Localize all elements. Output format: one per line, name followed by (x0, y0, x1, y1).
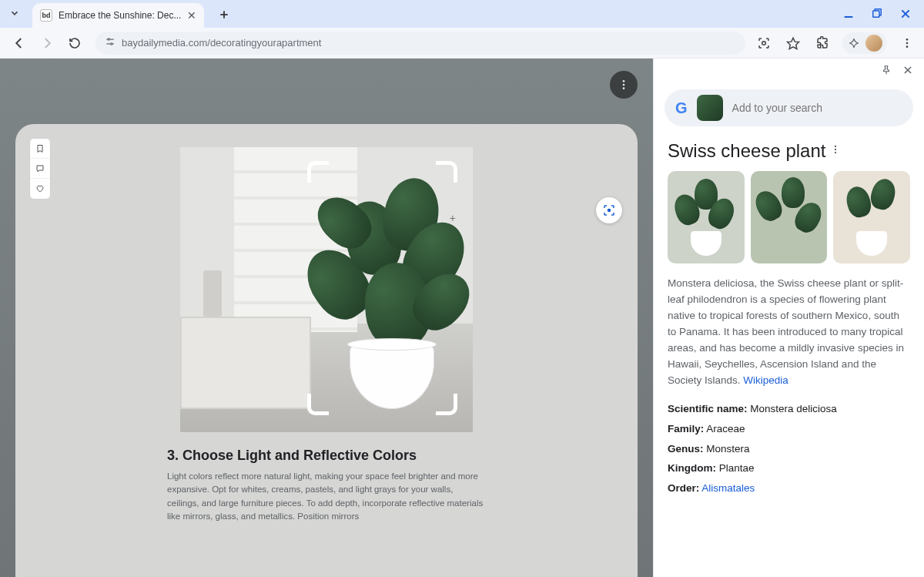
article-body: Light colors reflect more natural light,… (167, 470, 486, 523)
lens-cursor-icon: + (450, 212, 456, 224)
svg-point-8 (108, 39, 109, 40)
lens-search-box[interactable]: G Add to your search (665, 89, 913, 126)
svg-point-13 (906, 39, 909, 41)
article-photo: + (180, 147, 473, 432)
svg-point-19 (608, 209, 611, 213)
kp-image-3[interactable] (833, 171, 910, 263)
profile-chip[interactable] (842, 32, 887, 54)
svg-point-25 (835, 152, 836, 153)
comment-icon[interactable] (30, 159, 50, 179)
svg-point-11 (762, 41, 766, 45)
bookmark-icon[interactable] (30, 139, 50, 159)
svg-point-23 (835, 146, 836, 147)
browser-tab[interactable]: bd Embrace the Sunshine: Dec... ✕ (32, 3, 204, 28)
kp-image-2[interactable] (751, 171, 828, 263)
kp-description: Monstera deliciosa, the Swiss cheese pla… (668, 276, 910, 388)
svg-point-16 (623, 80, 625, 82)
svg-point-10 (111, 43, 112, 45)
kp-order-link[interactable]: Alismatales (701, 482, 755, 494)
nav-back-button[interactable] (8, 32, 31, 55)
svg-marker-12 (788, 38, 799, 49)
google-logo-icon: G (675, 99, 688, 117)
knowledge-panel: Swiss cheese plant Monstera deliciosa, t… (654, 140, 924, 498)
kp-more-icon[interactable] (830, 144, 841, 158)
new-tab-button[interactable] (213, 4, 235, 25)
browser-titlebar: bd Embrace the Sunshine: Dec... ✕ (0, 0, 924, 28)
svg-rect-4 (873, 11, 879, 17)
extensions-icon[interactable] (813, 34, 832, 52)
tab-close-button[interactable]: ✕ (187, 9, 196, 22)
site-info-icon[interactable] (105, 36, 116, 49)
window-close-button[interactable] (899, 8, 912, 23)
search-image-thumbnail (697, 95, 723, 121)
omnibox-url: baydailymedia.com/decoratingyourapartmen… (122, 37, 321, 49)
article-heading: 3. Choose Light and Reflective Colors (167, 448, 486, 464)
side-panel: G Add to your search Swiss cheese plant … (653, 59, 924, 577)
nav-forward-button[interactable] (35, 32, 59, 55)
kp-source-link[interactable]: Wikipedia (743, 374, 788, 386)
kp-image-1[interactable] (668, 171, 745, 263)
svg-point-18 (623, 87, 625, 89)
page-lens-overlay[interactable]: + 3. Choose Light and Reflective Colors … (0, 59, 653, 577)
heart-icon[interactable] (30, 179, 50, 199)
svg-point-24 (835, 149, 836, 150)
bookmark-star-icon[interactable] (784, 34, 802, 52)
gemini-icon (849, 38, 859, 49)
window-controls (842, 8, 912, 23)
svg-point-15 (906, 45, 909, 48)
svg-point-14 (906, 42, 909, 44)
sidepanel-pin-icon[interactable] (881, 65, 892, 79)
window-restore-button[interactable] (872, 8, 882, 23)
tab-title: Embrace the Sunshine: Dec... (59, 10, 181, 21)
lens-action-badge[interactable] (596, 197, 622, 223)
kp-image-row (668, 171, 910, 263)
article-side-tools (29, 138, 51, 200)
lens-toolbar-icon[interactable] (755, 34, 773, 52)
window-minimize-button[interactable] (842, 8, 855, 23)
kp-title: Swiss cheese plant (668, 140, 825, 162)
browser-toolbar: baydailymedia.com/decoratingyourapartmen… (0, 28, 924, 59)
sidepanel-close-button[interactable] (902, 65, 913, 79)
omnibox[interactable]: baydailymedia.com/decoratingyourapartmen… (95, 32, 745, 55)
kp-facts: Scientific name: Monstera deliciosa Fami… (668, 399, 910, 498)
nav-reload-button[interactable] (63, 32, 86, 55)
search-placeholder: Add to your search (732, 102, 823, 114)
tab-favicon: bd (40, 9, 52, 22)
profile-avatar (865, 35, 882, 52)
tab-search-button[interactable] (6, 5, 23, 22)
lens-more-button[interactable] (610, 71, 638, 99)
svg-point-17 (623, 84, 625, 86)
chrome-menu-button[interactable] (898, 34, 916, 52)
article-card: + 3. Choose Light and Reflective Colors … (15, 124, 638, 577)
